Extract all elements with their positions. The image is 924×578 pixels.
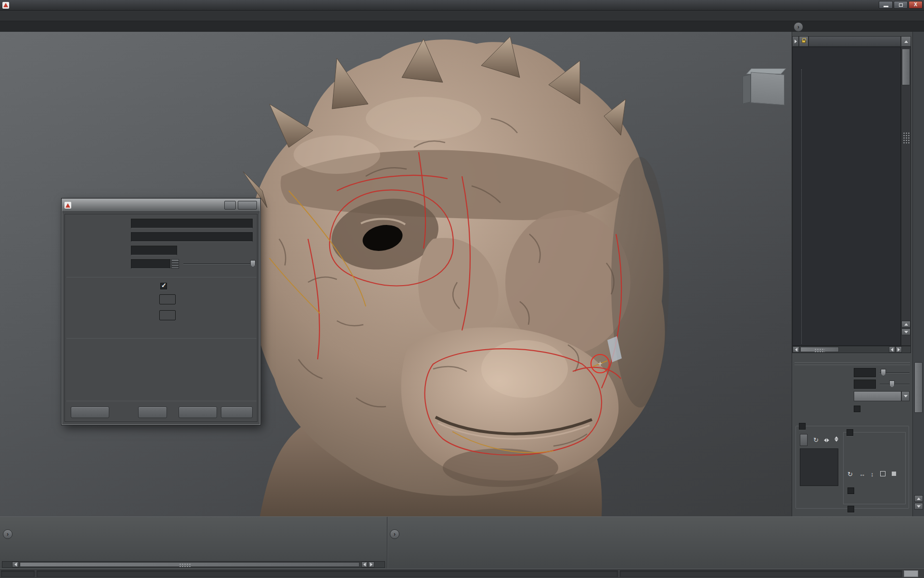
scroll-right-button[interactable] [896,346,902,353]
horizontal-flip-checkbox[interactable] [847,487,854,494]
width-jitter-icon[interactable]: ↔ [859,471,865,477]
vertical-scrollbar[interactable] [901,47,911,346]
status-segment [37,570,618,577]
output-mesh-name-input[interactable] [131,232,253,242]
strength-input[interactable] [854,380,876,389]
chevron-right-icon [795,39,797,43]
scroll-left-button[interactable] [361,562,368,567]
scroll-right-button[interactable] [368,562,374,567]
panel-expander-button[interactable]: › [794,22,803,32]
operation-name-input[interactable] [131,219,253,228]
stepper-up-button[interactable] [171,259,179,264]
vertical-flip-checkbox[interactable] [847,506,854,512]
mudbox-logo-icon [2,2,9,9]
randomize-group: ↻ ↔ ↕ [843,432,906,504]
divider [795,362,910,363]
use-stamp-image-group: ↻ ↻ ↔ ↕ [796,426,909,509]
scroll-up-button[interactable] [901,321,911,328]
use-curves-checkbox[interactable] [160,283,167,289]
dialog-close-button[interactable] [238,201,257,210]
help-button[interactable] [71,407,109,418]
scrollbar-thumb[interactable] [902,49,910,85]
delete-button[interactable] [138,407,167,418]
falloff-presets [402,527,479,564]
scroll-down-button[interactable] [901,328,911,335]
resize-grip[interactable] [904,570,918,577]
soft-constraint-color-swatch[interactable] [159,294,176,304]
lock-button[interactable] [799,36,808,47]
chevron-right-icon [898,348,900,352]
use-stamp-image-checkbox[interactable] [799,423,806,430]
retopologize-button[interactable] [179,407,217,418]
tool-scrollbar[interactable] [2,561,385,568]
tool-tray-expander[interactable]: › [3,529,13,539]
lock-icon [802,40,806,43]
scroll-up-button[interactable] [914,495,923,502]
close-dialog-button[interactable] [221,407,253,418]
viewcube-front-face[interactable] [751,72,784,105]
mirror-dropdown-button[interactable] [901,391,910,401]
divider [66,277,257,277]
scroll-up-button[interactable] [901,36,911,47]
name-column-header[interactable] [808,36,901,47]
invert-function-checkbox[interactable] [854,406,860,412]
square-icon[interactable] [892,472,896,476]
flip-horizontal-icon[interactable] [824,438,829,442]
chevron-down-icon [904,331,908,333]
header-collapse-button[interactable] [792,36,799,47]
scroll-left-button[interactable] [793,346,799,353]
chevron-down-icon [172,266,179,267]
dialog-help-button[interactable] [224,201,236,210]
horizontal-scrollbar[interactable] [792,346,911,353]
chevron-left-icon [363,563,366,566]
stamp-preview-box[interactable] [800,448,838,486]
rotate-icon[interactable]: ↻ [813,437,819,443]
title-bar: X [0,0,924,11]
divider [795,365,910,365]
height-jitter-icon[interactable]: ↕ [871,471,874,477]
scroll-left-button[interactable] [889,346,895,353]
size-slider-handle[interactable] [881,369,886,376]
retopologize-dialog [62,198,260,425]
scene-tree [792,47,901,346]
stepper-down-button[interactable] [171,264,179,269]
face-uniformity-input[interactable] [131,259,170,269]
status-bar [0,568,924,578]
side-tab-strip [912,32,924,516]
scrollbar-thumb[interactable] [800,347,839,352]
divider [66,338,257,339]
randomize-checkbox[interactable] [847,429,853,436]
view-tabs [0,21,924,32]
mirror-dropdown[interactable] [854,391,901,401]
dialog-title-bar[interactable] [62,199,260,212]
viewcube[interactable] [743,67,789,111]
window-controls: X [879,1,923,9]
preset-tray-expander[interactable]: › [390,529,399,539]
tool-tray: › › [0,516,924,568]
scale-jitter-icon[interactable] [880,471,886,476]
size-input[interactable] [854,368,876,377]
scroll-left-button[interactable] [12,562,19,567]
divider [66,401,257,401]
strength-slider-handle[interactable] [889,381,895,388]
sculpt-tools-list [13,529,387,559]
splitter-grip[interactable] [903,132,910,144]
mudbox-logo-icon [64,202,71,209]
stamp-help-button[interactable] [800,434,808,446]
viewcube-left-face[interactable] [743,74,751,104]
hard-constraint-color-swatch[interactable] [159,310,176,320]
scrollbar-thumb[interactable] [20,562,359,567]
strength-slider[interactable] [880,384,910,385]
target-face-count-input[interactable] [131,246,177,255]
scroll-down-button[interactable] [914,503,923,510]
restore-button[interactable] [894,1,908,9]
close-button[interactable]: X [909,1,923,9]
flip-vertical-icon[interactable] [834,436,838,442]
chevron-up-icon [904,323,908,326]
minimize-button[interactable] [879,1,893,9]
rotate-icon[interactable]: ↻ [847,471,853,477]
tray-divider [387,517,388,569]
properties-scrollbar-thumb[interactable] [914,362,923,413]
face-uniformity-slider[interactable] [183,263,256,264]
tree-guide-line [801,69,802,344]
